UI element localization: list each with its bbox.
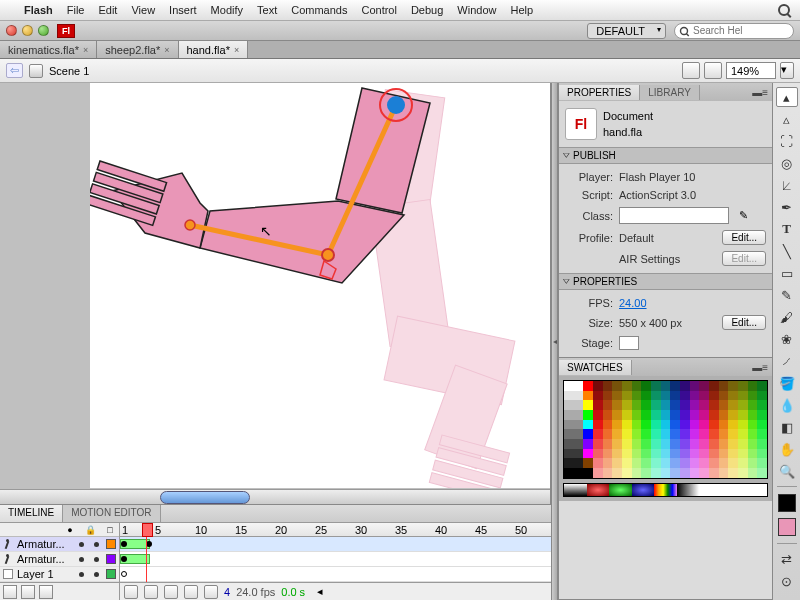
stage-color-well[interactable] <box>619 336 639 350</box>
swatch[interactable] <box>651 420 661 430</box>
swatch[interactable] <box>661 400 671 410</box>
swatch[interactable] <box>603 439 613 449</box>
swatch[interactable] <box>622 391 632 401</box>
swatch[interactable] <box>603 449 613 459</box>
swatch[interactable] <box>593 468 603 478</box>
swatch[interactable] <box>574 391 584 401</box>
swatch[interactable] <box>738 400 748 410</box>
swatch[interactable] <box>757 429 767 439</box>
swatch[interactable] <box>583 410 593 420</box>
panel-collapse-grip[interactable] <box>551 83 558 600</box>
swatch[interactable] <box>583 391 593 401</box>
menu-debug[interactable]: Debug <box>411 4 443 16</box>
swatch[interactable] <box>622 410 632 420</box>
swatch[interactable] <box>690 439 700 449</box>
swatch[interactable] <box>699 458 709 468</box>
swatch[interactable] <box>680 439 690 449</box>
swatch[interactable] <box>622 449 632 459</box>
swatch[interactable] <box>680 449 690 459</box>
3d-rotation-tool[interactable]: ◎ <box>776 153 798 173</box>
swatch[interactable] <box>709 400 719 410</box>
swatch[interactable] <box>632 410 642 420</box>
swatch[interactable] <box>583 449 593 459</box>
lock-icon[interactable]: 🔒 <box>85 525 95 535</box>
swatch[interactable] <box>583 439 593 449</box>
close-icon[interactable]: × <box>83 45 88 55</box>
edit-symbol-button[interactable] <box>704 62 722 79</box>
tab-properties[interactable]: PROPERTIES <box>559 85 640 100</box>
swatch[interactable] <box>632 449 642 459</box>
swatch[interactable] <box>564 391 574 401</box>
swatch[interactable] <box>757 391 767 401</box>
snap-button[interactable]: ⊙ <box>776 571 798 591</box>
doc-tab-kinematics[interactable]: kinematics.fla*× <box>0 41 97 58</box>
swatch[interactable] <box>583 468 593 478</box>
center-frame-button[interactable] <box>124 585 138 599</box>
swatch[interactable] <box>593 439 603 449</box>
pencil-icon[interactable]: ✎ <box>739 209 748 222</box>
doc-tab-hand[interactable]: hand.fla*× <box>179 41 249 58</box>
swatch[interactable] <box>632 458 642 468</box>
swatch[interactable] <box>690 449 700 459</box>
swatch[interactable] <box>661 429 671 439</box>
swatch[interactable] <box>574 449 584 459</box>
spotlight-icon[interactable] <box>778 4 790 16</box>
swatch[interactable] <box>612 391 622 401</box>
swatch[interactable] <box>564 449 574 459</box>
swatch[interactable] <box>593 410 603 420</box>
swatch[interactable] <box>709 458 719 468</box>
rectangle-tool[interactable]: ▭ <box>776 263 798 283</box>
swatch[interactable] <box>699 429 709 439</box>
swatch[interactable] <box>593 449 603 459</box>
tab-motion-editor[interactable]: MOTION EDITOR <box>63 505 160 522</box>
swatch[interactable] <box>728 391 738 401</box>
swatch[interactable] <box>641 439 651 449</box>
workspace-selector[interactable]: DEFAULT <box>587 23 666 39</box>
swatch[interactable] <box>583 458 593 468</box>
swatch[interactable] <box>738 429 748 439</box>
swatch[interactable] <box>719 400 729 410</box>
eraser-tool[interactable]: ◧ <box>776 417 798 437</box>
swatch[interactable] <box>661 468 671 478</box>
swatch[interactable] <box>574 420 584 430</box>
tab-library[interactable]: LIBRARY <box>640 85 700 100</box>
swatch[interactable] <box>651 458 661 468</box>
swatch[interactable] <box>680 410 690 420</box>
swatch[interactable] <box>564 468 574 478</box>
swatch[interactable] <box>690 458 700 468</box>
swatch[interactable] <box>641 400 651 410</box>
zoom-tool[interactable]: 🔍 <box>776 461 798 481</box>
swatch[interactable] <box>632 429 642 439</box>
text-tool[interactable]: T <box>776 219 798 239</box>
doc-tab-sheep2[interactable]: sheep2.fla*× <box>97 41 178 58</box>
swatch[interactable] <box>670 458 680 468</box>
onion-outlines-button[interactable] <box>164 585 178 599</box>
publish-section-head[interactable]: PUBLISH <box>559 147 772 164</box>
swatch[interactable] <box>709 468 719 478</box>
hand-tool[interactable]: ✋ <box>776 439 798 459</box>
swatch[interactable] <box>612 410 622 420</box>
swatch[interactable] <box>738 468 748 478</box>
onion-markers-button[interactable] <box>204 585 218 599</box>
swatch[interactable] <box>603 391 613 401</box>
edit-scene-button[interactable] <box>682 62 700 79</box>
swatch[interactable] <box>680 400 690 410</box>
swatch[interactable] <box>622 400 632 410</box>
swatch[interactable] <box>728 381 738 391</box>
subselection-tool[interactable]: ▵ <box>776 109 798 129</box>
swatch[interactable] <box>709 391 719 401</box>
swatch[interactable] <box>670 400 680 410</box>
swatch[interactable] <box>641 410 651 420</box>
swatch[interactable] <box>719 439 729 449</box>
swatch[interactable] <box>719 391 729 401</box>
swatch[interactable] <box>612 439 622 449</box>
swatch[interactable] <box>738 458 748 468</box>
stage[interactable]: ↖ <box>90 83 550 488</box>
swatch[interactable] <box>641 468 651 478</box>
swatch[interactable] <box>612 381 622 391</box>
swatch[interactable] <box>603 381 613 391</box>
swatch[interactable] <box>564 458 574 468</box>
swatch[interactable] <box>593 429 603 439</box>
swatch[interactable] <box>757 410 767 420</box>
swatch[interactable] <box>719 410 729 420</box>
